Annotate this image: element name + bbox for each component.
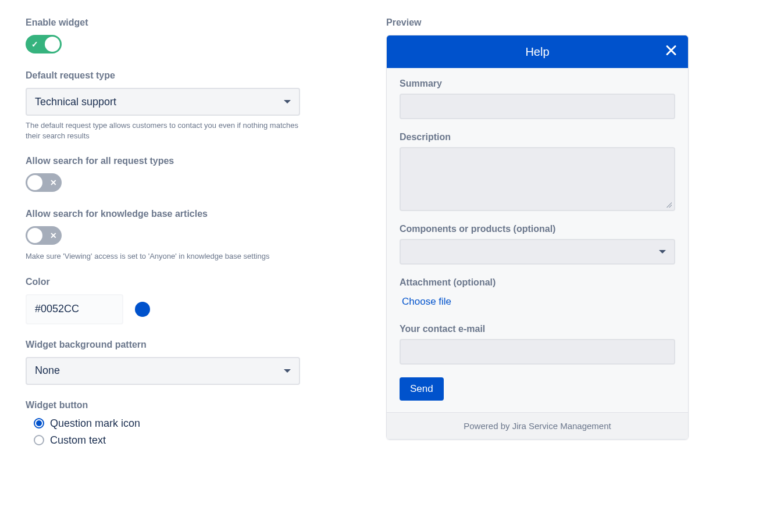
- select-value: Technical support: [35, 96, 116, 108]
- send-button[interactable]: Send: [400, 377, 444, 401]
- allow-search-request-types-toggle[interactable]: ✕: [26, 173, 62, 192]
- widget-footer: Powered by Jira Service Management: [387, 412, 688, 439]
- attachment-label: Attachment (optional): [400, 277, 675, 288]
- summary-label: Summary: [400, 78, 675, 89]
- default-request-type-label: Default request type: [26, 70, 305, 81]
- description-textarea[interactable]: [400, 147, 675, 211]
- chevron-down-icon: [284, 369, 291, 373]
- summary-input[interactable]: [400, 94, 675, 119]
- radio-icon: [34, 435, 44, 445]
- allow-search-request-types-label: Allow search for all request types: [26, 156, 305, 166]
- widget-button-option-question-mark[interactable]: Question mark icon: [34, 417, 305, 430]
- widget-title: Help: [525, 45, 549, 59]
- default-request-type-help: The default request type allows customer…: [26, 120, 305, 141]
- allow-search-kb-toggle[interactable]: ✕: [26, 226, 62, 245]
- components-label: Components or products (optional): [400, 224, 675, 234]
- chevron-down-icon: [284, 100, 291, 103]
- color-value: #0052CC: [35, 303, 79, 315]
- allow-search-kb-label: Allow search for knowledge base articles: [26, 209, 305, 219]
- enable-widget-label: Enable widget: [26, 17, 305, 28]
- description-label: Description: [400, 132, 675, 142]
- widget-button-option-custom-text[interactable]: Custom text: [34, 434, 305, 447]
- chevron-down-icon: [659, 250, 666, 253]
- color-label: Color: [26, 277, 305, 287]
- contact-email-input[interactable]: [400, 339, 675, 365]
- color-swatch[interactable]: [135, 302, 150, 317]
- bg-pattern-label: Widget background pattern: [26, 340, 305, 350]
- preview-label: Preview: [386, 17, 689, 28]
- check-icon: ✓: [31, 40, 38, 49]
- select-value: None: [35, 365, 60, 377]
- choose-file-link[interactable]: Choose file: [400, 292, 454, 311]
- widget-preview: Help Summary Description Components or p…: [386, 35, 689, 440]
- radio-label: Custom text: [50, 434, 106, 447]
- contact-email-label: Your contact e-mail: [400, 324, 675, 334]
- widget-button-label: Widget button: [26, 400, 305, 410]
- radio-label: Question mark icon: [50, 417, 140, 430]
- color-input[interactable]: #0052CC: [26, 294, 123, 324]
- bg-pattern-select[interactable]: None: [26, 357, 300, 385]
- close-icon[interactable]: [665, 44, 678, 60]
- enable-widget-toggle[interactable]: ✓: [26, 35, 62, 53]
- widget-header: Help: [387, 35, 688, 68]
- default-request-type-select[interactable]: Technical support: [26, 88, 300, 116]
- components-select[interactable]: [400, 239, 675, 265]
- x-icon: ✕: [50, 231, 57, 240]
- x-icon: ✕: [50, 178, 57, 187]
- allow-search-kb-help: Make sure 'Viewing' access is set to 'An…: [26, 251, 305, 262]
- radio-icon: [34, 418, 44, 429]
